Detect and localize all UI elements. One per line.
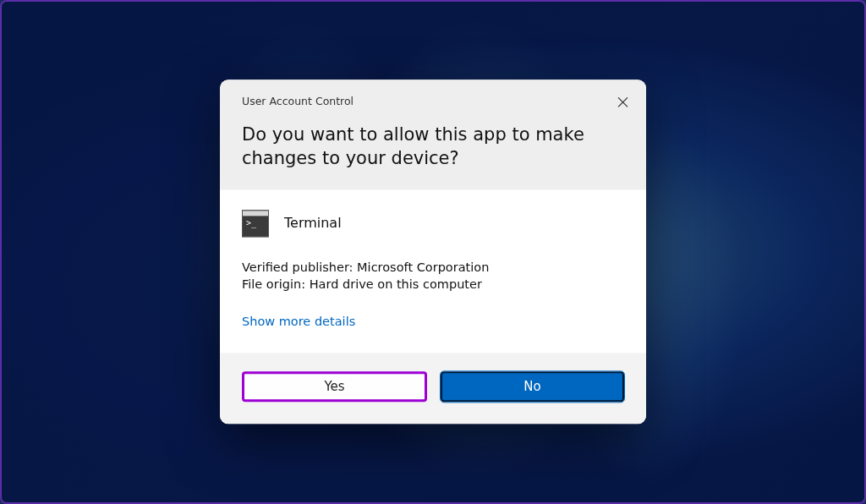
yes-button[interactable]: Yes xyxy=(242,372,427,403)
show-more-details-link[interactable]: Show more details xyxy=(242,315,355,329)
close-button[interactable] xyxy=(612,91,633,112)
dialog-body: >_ Terminal Verified publisher: Microsof… xyxy=(220,189,646,353)
terminal-icon: >_ xyxy=(242,210,269,237)
app-name: Terminal xyxy=(284,216,342,232)
publisher-line: Verified publisher: Microsoft Corporatio… xyxy=(242,259,624,276)
dialog-footer: Yes No xyxy=(220,353,646,425)
uac-dialog: User Account Control Do you want to allo… xyxy=(220,79,646,424)
app-info-row: >_ Terminal xyxy=(242,210,624,237)
origin-line: File origin: Hard drive on this computer xyxy=(242,276,624,293)
no-button[interactable]: No xyxy=(441,372,624,403)
dialog-header: User Account Control Do you want to allo… xyxy=(220,79,646,189)
dialog-title: User Account Control xyxy=(242,95,624,107)
close-icon xyxy=(617,96,628,107)
dialog-heading: Do you want to allow this app to make ch… xyxy=(242,123,624,171)
